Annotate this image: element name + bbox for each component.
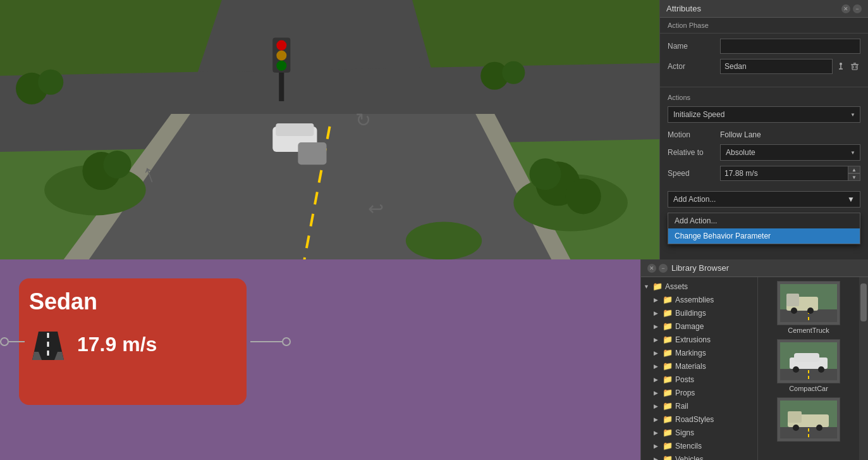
- svg-point-49: [791, 308, 797, 314]
- svg-rect-55: [794, 353, 819, 362]
- tree-assemblies[interactable]: ▶ 📁 Assemblies: [641, 293, 757, 306]
- stencils-icon: 📁: [663, 441, 673, 451]
- svg-point-17: [38, 70, 63, 95]
- svg-point-64: [816, 425, 822, 431]
- rail-label: Rail: [675, 402, 688, 411]
- asset3-svg: [780, 401, 837, 438]
- cementtruck-label: CementTruck: [788, 326, 829, 334]
- tree-root-assets[interactable]: ▼ 📁 Assets: [641, 280, 757, 293]
- signs-label: Signs: [675, 428, 694, 437]
- roadstyles-label: RoadStyles: [675, 415, 714, 424]
- action-phase-label: Action Phase: [668, 22, 709, 29]
- speed-down-button[interactable]: ▼: [848, 173, 860, 181]
- extrusions-icon: 📁: [663, 335, 673, 344]
- extrusions-arrow: ▶: [654, 337, 660, 343]
- attributes-minimize[interactable]: −: [853, 4, 862, 13]
- stencils-arrow: ▶: [654, 443, 660, 449]
- svg-point-14: [529, 158, 561, 190]
- actions-label: Actions: [660, 90, 868, 104]
- tree-extrusions[interactable]: ▶ 📁 Extrusions: [641, 333, 757, 346]
- tree-buildings[interactable]: ▶ 📁 Buildings: [641, 306, 757, 320]
- add-action-label: Add Action...: [673, 195, 716, 204]
- name-label: Name: [668, 42, 715, 51]
- library-scrollbar[interactable]: [859, 277, 868, 460]
- attributes-panel: Attributes ✕ − Action Phase Name Actor: [659, 0, 868, 259]
- markings-icon: 📁: [663, 348, 673, 357]
- scrollbar-thumb: [860, 283, 867, 321]
- speed-label: Speed: [668, 169, 715, 178]
- svg-point-23: [276, 51, 286, 61]
- actor-input[interactable]: [720, 59, 833, 74]
- signs-icon: 📁: [663, 428, 673, 437]
- name-row: Name: [668, 39, 860, 54]
- actor-row: Actor: [668, 59, 860, 74]
- attributes-title-bar: Attributes ✕ −: [660, 0, 868, 18]
- menu-item-add-action[interactable]: Add Action...: [668, 213, 860, 228]
- svg-rect-48: [786, 294, 799, 306]
- menu-item-change-behavior[interactable]: Change Behavior Parameter: [668, 228, 860, 244]
- actor-label: Actor: [668, 62, 715, 71]
- scene-svg: ↑ ↻ ↩: [0, 0, 659, 259]
- library-browser: ✕ − Library Browser ▼ 📁 Assets ▶ 📁 Assem…: [640, 259, 868, 460]
- add-action-button[interactable]: Add Action... ▼: [668, 191, 860, 208]
- motion-row: Motion Follow Lane: [660, 128, 868, 142]
- library-close-x[interactable]: ✕: [647, 264, 656, 273]
- left-connector: [0, 337, 25, 346]
- asset-third[interactable]: [762, 397, 855, 443]
- asset-compactcar[interactable]: CompactCar: [762, 339, 855, 392]
- buildings-arrow: ▶: [654, 310, 660, 316]
- tree-stencils[interactable]: ▶ 📁 Stencils: [641, 439, 757, 452]
- rail-icon: 📁: [663, 401, 673, 411]
- library-title: Library Browser: [671, 263, 729, 273]
- tree-damage[interactable]: ▶ 📁 Damage: [641, 320, 757, 333]
- node-title: Sedan: [29, 289, 236, 315]
- svg-rect-26: [276, 123, 314, 136]
- library-title-bar: ✕ − Library Browser: [641, 259, 868, 277]
- connector-circle-right: [282, 337, 291, 346]
- asset-cementtruck[interactable]: CementTruck: [762, 281, 855, 334]
- props-arrow: ▶: [654, 390, 660, 396]
- library-assets: CementTruck: [758, 277, 859, 460]
- svg-point-31: [840, 63, 842, 65]
- speed-up-button[interactable]: ▲: [848, 166, 860, 173]
- roadstyles-arrow: ▶: [654, 416, 660, 423]
- speed-input[interactable]: [720, 166, 860, 181]
- assemblies-icon: 📁: [663, 295, 673, 304]
- sedan-node-card[interactable]: Sedan 17.9 m/s: [19, 278, 247, 405]
- 3d-viewport: ↑ ↻ ↩: [0, 0, 659, 259]
- buildings-label: Buildings: [675, 309, 706, 318]
- relative-to-dropdown[interactable]: Absolute: [720, 144, 860, 161]
- node-icon-row: 17.9 m/s: [29, 325, 236, 363]
- materials-label: Materials: [675, 362, 706, 371]
- tree-props[interactable]: ▶ 📁 Props: [641, 386, 757, 399]
- action-type-dropdown[interactable]: Initialize Speed: [668, 106, 860, 123]
- pin-icon: [836, 62, 845, 71]
- tree-materials[interactable]: ▶ 📁 Materials: [641, 359, 757, 373]
- name-input[interactable]: [720, 39, 860, 54]
- attributes-close-x[interactable]: ✕: [841, 4, 850, 13]
- tree-roadstyles[interactable]: ▶ 📁 RoadStyles: [641, 413, 757, 426]
- svg-point-12: [103, 151, 131, 178]
- connector-line-left: [9, 341, 25, 342]
- tree-markings[interactable]: ▶ 📁 Markings: [641, 346, 757, 359]
- damage-icon: 📁: [663, 321, 673, 331]
- compactcar-label: CompactCar: [789, 385, 828, 392]
- tree-signs[interactable]: ▶ 📁 Signs: [641, 426, 757, 439]
- tree-vehicles[interactable]: ▶ 📁 Vehicles: [641, 452, 757, 460]
- actor-pin-button[interactable]: [835, 61, 847, 72]
- library-minimize[interactable]: −: [659, 264, 668, 273]
- actor-delete-button[interactable]: [849, 61, 860, 72]
- svg-point-56: [793, 366, 799, 373]
- add-action-area: Add Action... ▼ Add Action... Change Beh…: [660, 186, 868, 213]
- node-speed: 17.9 m/s: [77, 333, 157, 356]
- stencils-label: Stencils: [675, 442, 702, 451]
- roadstyles-icon: 📁: [663, 414, 673, 424]
- vehicles-arrow: ▶: [654, 456, 660, 461]
- tree-posts[interactable]: ▶ 📁 Posts: [641, 373, 757, 386]
- scenario-editor: Sedan 17.9 m/s: [0, 259, 640, 460]
- svg-point-24: [276, 61, 286, 71]
- materials-arrow: ▶: [654, 363, 660, 370]
- damage-arrow: ▶: [654, 323, 660, 330]
- tree-rail[interactable]: ▶ 📁 Rail: [641, 399, 757, 413]
- materials-icon: 📁: [663, 361, 673, 371]
